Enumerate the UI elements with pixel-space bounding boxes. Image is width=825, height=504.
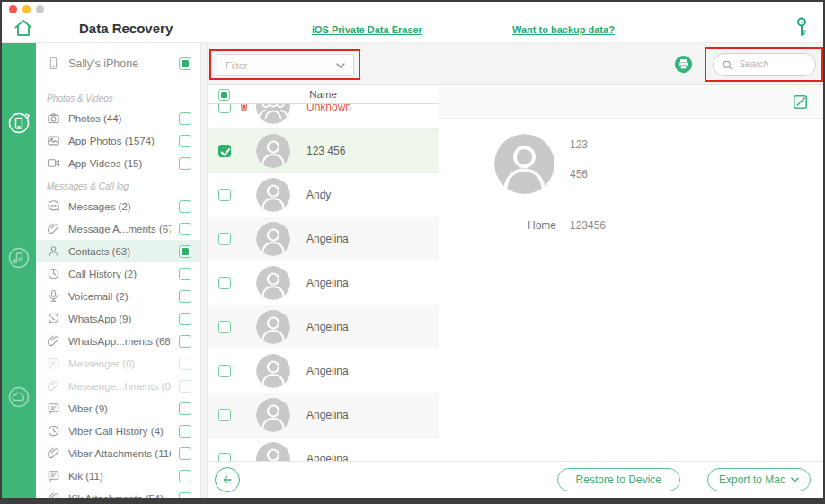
- back-arrow-icon: [221, 473, 234, 486]
- ios-private-data-eraser-link[interactable]: iOS Private Data Eraser: [312, 24, 422, 35]
- device-checkbox[interactable]: [179, 57, 191, 70]
- sidebar-item-label: Messages (2): [68, 201, 171, 212]
- sidebar-item-checkbox[interactable]: [179, 112, 191, 125]
- sidebar-item-checkbox[interactable]: [179, 358, 191, 370]
- restore-button-label: Restore to Device: [576, 473, 661, 486]
- contact-row-angelina[interactable]: Angelina: [208, 438, 439, 461]
- camera-icon: [47, 111, 60, 125]
- sidebar-item-messenger-0[interactable]: Messenger (0): [36, 352, 200, 375]
- sidebar-item-checkbox[interactable]: [179, 135, 191, 147]
- zoom-window-button[interactable]: [36, 5, 44, 13]
- edit-icon[interactable]: [792, 93, 809, 111]
- sidebar-item-viber-call-history-4[interactable]: Viber Call History (4): [36, 420, 200, 442]
- sidebar-item-checkbox[interactable]: [179, 402, 191, 415]
- print-icon[interactable]: [674, 55, 693, 74]
- sidebar-item-checkbox[interactable]: [179, 200, 191, 213]
- restore-to-device-button[interactable]: Restore to Device: [557, 468, 680, 491]
- export-to-mac-button[interactable]: Export to Mac: [707, 468, 811, 491]
- music-refresh-icon[interactable]: [5, 244, 32, 271]
- cloud-refresh-icon[interactable]: [5, 384, 32, 411]
- sidebar-item-message-a-ments-67[interactable]: Message A...ments (67): [36, 217, 200, 240]
- sidebar-item-contacts-63[interactable]: Contacts (63): [36, 240, 200, 262]
- sidebar-item-label: Viber Attachments (116): [68, 448, 171, 459]
- contact-row-angelina[interactable]: Angelina: [208, 261, 439, 305]
- sidebar-item-label: Contacts (63): [68, 246, 171, 257]
- sidebar-item-checkbox[interactable]: [179, 268, 191, 280]
- sidebar-item-checkbox[interactable]: [179, 470, 191, 482]
- sidebar-item-messages-2[interactable]: Messages (2): [36, 195, 200, 217]
- sidebar-item-messenge-hments-0[interactable]: Messenge...hments (0): [36, 375, 200, 397]
- sidebar-item-checkbox[interactable]: [179, 447, 191, 460]
- sidebar-item-checkbox[interactable]: [179, 425, 191, 438]
- window-controls[interactable]: [9, 5, 44, 13]
- row-checkbox[interactable]: [218, 145, 231, 157]
- video-icon: [47, 156, 60, 170]
- sidebar-scrollbar[interactable]: [201, 43, 208, 498]
- contact-row-andy[interactable]: Andy: [208, 173, 439, 217]
- phone-value: 123456: [570, 219, 606, 232]
- contact-row-angelina[interactable]: Angelina: [208, 217, 439, 261]
- filter-dropdown-label: Filter: [226, 60, 247, 71]
- sidebar-item-checkbox[interactable]: [179, 313, 191, 325]
- sidebar-item-label: Messenge...hments (0): [68, 381, 171, 392]
- name-column-header: Name: [208, 89, 439, 100]
- phone-refresh-icon[interactable]: [5, 110, 32, 137]
- app-window: Data Recovery iOS Private Data Eraser Wa…: [0, 0, 825, 504]
- sidebar-item-app-videos-15[interactable]: App Videos (15): [36, 152, 200, 174]
- row-checkbox[interactable]: [218, 277, 231, 289]
- phone-label: Home: [528, 219, 556, 232]
- row-checkbox[interactable]: [218, 104, 231, 113]
- sidebar-item-viber-9[interactable]: Viber (9): [36, 397, 200, 420]
- contact-name: Unknown: [306, 104, 351, 113]
- filter-dropdown[interactable]: Filter: [217, 54, 354, 76]
- sidebar-item-checkbox[interactable]: [179, 290, 191, 303]
- row-checkbox[interactable]: [218, 409, 231, 421]
- clock-icon: [47, 424, 60, 438]
- contact-row-angelina[interactable]: Angelina: [208, 393, 439, 438]
- sidebar-item-label: Viber Call History (4): [68, 426, 171, 437]
- sidebar-item-checkbox[interactable]: [179, 380, 191, 393]
- contact-first-name: 123: [570, 138, 588, 151]
- home-icon[interactable]: [13, 17, 34, 39]
- back-button[interactable]: [215, 467, 240, 492]
- sidebar-item-checkbox[interactable]: [179, 157, 191, 170]
- contact-name: Angelina: [306, 321, 349, 333]
- search-box[interactable]: [713, 53, 816, 76]
- row-checkbox[interactable]: [218, 453, 231, 461]
- sidebar-item-kik-attachments-54[interactable]: Kik Attachments (54): [36, 487, 200, 498]
- sidebar-item-checkbox[interactable]: [179, 492, 191, 499]
- contact-row-angelina[interactable]: Angelina: [208, 349, 439, 393]
- contact-avatar-large: [494, 134, 554, 194]
- sidebar-item-photos-44[interactable]: Photos (44): [36, 107, 200, 129]
- contact-avatar: [256, 266, 290, 300]
- sidebar-item-checkbox[interactable]: [179, 335, 191, 348]
- sidebar-item-whatsapp-ments-68[interactable]: WhatsApp...ments (68): [36, 330, 200, 352]
- sidebar-item-label: Message A...ments (67): [68, 224, 171, 234]
- device-name: Sally's iPhone: [68, 57, 171, 70]
- sidebar-item-viber-attachments-116[interactable]: Viber Attachments (116): [36, 442, 200, 464]
- clock-icon: [47, 267, 60, 280]
- device-row[interactable]: Sally's iPhone: [36, 43, 200, 84]
- close-window-button[interactable]: [9, 5, 17, 13]
- sidebar-item-checkbox[interactable]: [179, 223, 191, 235]
- contact-row-unknown[interactable]: Unknown: [208, 104, 439, 129]
- sidebar-item-voicemail-2[interactable]: Voicemail (2): [36, 285, 200, 307]
- contact-row-angelina[interactable]: Angelina: [208, 305, 439, 349]
- sidebar-item-label: Messenger (0): [68, 358, 171, 369]
- row-checkbox[interactable]: [218, 365, 231, 377]
- sidebar-item-label: Photos (44): [68, 113, 171, 124]
- sidebar-item-app-photos-1574[interactable]: App Photos (1574): [36, 129, 200, 152]
- backup-data-link[interactable]: Want to backup data?: [512, 24, 615, 35]
- minimize-window-button[interactable]: [22, 5, 31, 13]
- search-input[interactable]: [737, 54, 809, 74]
- row-checkbox[interactable]: [218, 233, 231, 245]
- sidebar-item-whatsapp-9[interactable]: WhatsApp (9): [36, 307, 200, 330]
- key-icon[interactable]: [794, 16, 809, 40]
- sidebar-item-checkbox[interactable]: [179, 245, 191, 258]
- contact-avatar: [256, 398, 290, 432]
- sidebar-item-kik-11[interactable]: Kik (11): [36, 464, 200, 487]
- sidebar-item-call-history-2[interactable]: Call History (2): [36, 262, 200, 285]
- contact-row-123-456[interactable]: 123 456: [208, 129, 439, 173]
- row-checkbox[interactable]: [218, 189, 231, 201]
- row-checkbox[interactable]: [218, 321, 231, 333]
